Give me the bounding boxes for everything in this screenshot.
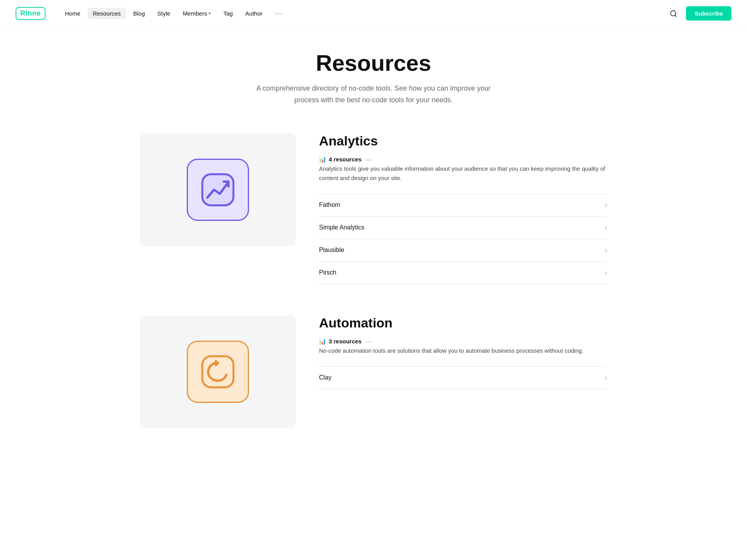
automation-meta: 📊 3 resources — No-code automation tools… (319, 337, 607, 355)
automation-resource-list: Clay › (319, 366, 607, 389)
automation-icon-container (187, 341, 249, 403)
automation-category-image (140, 315, 296, 428)
nav-item-home[interactable]: Home (60, 8, 86, 19)
analytics-content: Analytics 📊 4 resources — Analytics tool… (319, 133, 607, 284)
category-analytics: Analytics 📊 4 resources — Analytics tool… (140, 133, 607, 284)
main-nav: Home Resources Blog Style Members ▾ Tag … (60, 7, 668, 20)
analytics-title: Analytics (319, 133, 607, 149)
nav-item-tag[interactable]: Tag (218, 8, 238, 19)
nav-item-style[interactable]: Style (152, 8, 175, 19)
resource-item-simple-analytics[interactable]: Simple Analytics › (319, 217, 607, 239)
analytics-icon (200, 172, 235, 207)
hero-section: Resources A comprehensive directory of n… (140, 51, 607, 106)
nav-item-resources[interactable]: Resources (88, 8, 126, 19)
automation-content: Automation 📊 3 resources — No-code autom… (319, 315, 607, 389)
svg-line-1 (675, 15, 677, 16)
bar-chart-icon: 📊 (319, 155, 326, 164)
nav-item-author[interactable]: Author (240, 8, 268, 19)
search-button[interactable] (667, 7, 680, 20)
analytics-count: 4 resources (329, 155, 361, 164)
analytics-description: Analytics tools give you valuable inform… (319, 164, 607, 183)
site-logo[interactable]: Rinne (16, 7, 46, 20)
nav-more-button[interactable]: ··· (270, 7, 289, 20)
header-actions: Subscribe (667, 6, 731, 21)
chevron-right-icon: › (605, 269, 607, 277)
chevron-right-icon: › (605, 201, 607, 209)
automation-description: No-code automation tools are solutions t… (319, 346, 584, 355)
bar-chart-icon-2: 📊 (319, 337, 326, 346)
page-title: Resources (140, 51, 607, 75)
chevron-down-icon: ▾ (209, 11, 211, 16)
resource-item-clay[interactable]: Clay › (319, 367, 607, 389)
resource-item-pirsch[interactable]: Pirsch › (319, 262, 607, 284)
chevron-right-icon: › (605, 374, 607, 382)
analytics-resource-list: Fathom › Simple Analytics › Plausible › … (319, 194, 607, 284)
analytics-meta: 📊 4 resources — Analytics tools give you… (319, 155, 607, 183)
page-subtitle: A comprehensive directory of no-code too… (253, 82, 494, 106)
automation-count: 3 resources (329, 337, 361, 346)
resource-item-fathom[interactable]: Fathom › (319, 194, 607, 217)
nav-item-members[interactable]: Members ▾ (177, 8, 217, 19)
automation-icon (200, 354, 235, 389)
svg-rect-2 (202, 174, 233, 205)
resource-item-plausible[interactable]: Plausible › (319, 239, 607, 262)
chevron-right-icon: › (605, 246, 607, 254)
category-automation: Automation 📊 3 resources — No-code autom… (140, 315, 607, 428)
automation-title: Automation (319, 315, 607, 331)
nav-item-blog[interactable]: Blog (128, 8, 150, 19)
search-icon (670, 10, 677, 18)
main-content: Resources A comprehensive directory of n… (124, 27, 622, 490)
analytics-icon-container (187, 159, 249, 221)
subscribe-button[interactable]: Subscribe (686, 6, 731, 21)
site-header: Rinne Home Resources Blog Style Members … (0, 0, 747, 27)
analytics-category-image (140, 133, 296, 246)
chevron-right-icon: › (605, 224, 607, 232)
